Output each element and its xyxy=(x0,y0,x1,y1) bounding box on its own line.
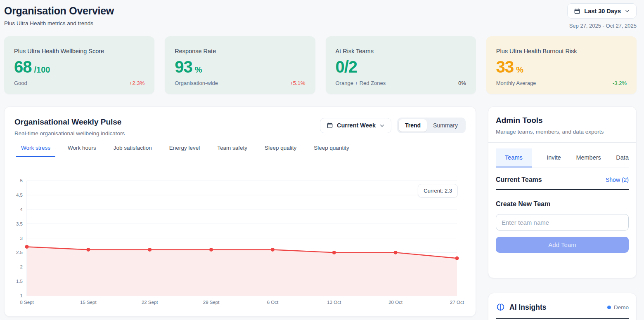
admin-tabs: Teams Invite Members Data xyxy=(496,148,629,167)
svg-text:22 Sept: 22 Sept xyxy=(142,300,158,305)
metric-delta: +2.3% xyxy=(129,80,144,86)
admin-subtitle: Manage teams, members, and data exports xyxy=(496,129,629,135)
tab-sleep-quantity[interactable]: Sleep quantity xyxy=(309,143,354,157)
svg-text:2: 2 xyxy=(20,264,23,269)
ai-insights-title: AI Insights xyxy=(509,303,607,312)
admin-tools-panel: Admin Tools Manage teams, members, and d… xyxy=(488,106,637,278)
svg-text:5: 5 xyxy=(20,178,23,183)
metric-unit: % xyxy=(516,65,523,75)
svg-text:1.5: 1.5 xyxy=(16,279,23,284)
current-value-badge: Current: 2.3 xyxy=(418,184,458,198)
svg-text:3.5: 3.5 xyxy=(16,221,23,226)
metric-value: 93 xyxy=(175,59,192,75)
tab-teams[interactable]: Teams xyxy=(496,148,532,167)
calendar-icon xyxy=(574,8,580,14)
metric-card-burnout-risk: Plus Ultra Health Burnout Risk 33 % Mont… xyxy=(486,36,637,94)
svg-text:3: 3 xyxy=(20,236,23,241)
tab-data[interactable]: Data xyxy=(616,148,629,167)
week-select-label: Current Week xyxy=(337,122,376,129)
metric-value: 0/2 xyxy=(336,59,358,75)
pulse-chart-svg: 54.543.532.521.518 Sept15 Sept22 Sept29 … xyxy=(5,173,476,312)
tab-work-hours[interactable]: Work hours xyxy=(63,143,101,157)
create-team-heading: Create New Team xyxy=(496,200,629,208)
pulse-metric-tabs: Work stress Work hours Job satisfaction … xyxy=(5,143,476,157)
page-title: Organisation Overview xyxy=(4,5,114,17)
metric-title: At Risk Teams xyxy=(336,48,466,54)
tab-sleep-quality[interactable]: Sleep quality xyxy=(260,143,301,157)
tab-invite[interactable]: Invite xyxy=(547,148,561,167)
metric-card-wellbeing-score: Plus Ultra Health Wellbeing Score 68 /10… xyxy=(4,36,154,94)
metric-caption: Good xyxy=(14,80,27,86)
panel-subtitle: Real-time organisational wellbeing indic… xyxy=(14,130,125,136)
pulse-chart[interactable]: 54.543.532.521.518 Sept15 Sept22 Sept29 … xyxy=(5,173,476,312)
svg-text:4: 4 xyxy=(20,207,23,212)
metric-card-at-risk-teams: At Risk Teams 0/2 Orange + Red Zones 0% xyxy=(326,36,476,94)
metric-title: Plus Ultra Health Burnout Risk xyxy=(496,48,627,54)
svg-text:4.5: 4.5 xyxy=(16,193,23,198)
current-teams-heading: Current Teams xyxy=(496,176,542,184)
metric-caption: Orange + Red Zones xyxy=(336,80,386,86)
page-subtitle: Plus Ultra Health metrics and trends xyxy=(4,20,114,26)
panel-title: Organisational Weekly Pulse xyxy=(14,118,125,127)
add-team-button[interactable]: Add Team xyxy=(496,237,629,253)
svg-text:20 Oct: 20 Oct xyxy=(388,300,403,305)
week-select-button[interactable]: Current Week xyxy=(320,118,391,133)
metric-value: 68 xyxy=(14,59,32,75)
demo-dot-icon xyxy=(607,306,611,309)
metric-delta: +5.1% xyxy=(290,80,305,86)
page-header: Organisation Overview Plus Ultra Health … xyxy=(4,5,114,26)
demo-badge-label: Demo xyxy=(614,304,629,311)
svg-text:15 Sept: 15 Sept xyxy=(80,300,97,305)
svg-text:8 Sept: 8 Sept xyxy=(20,300,34,305)
svg-text:13 Oct: 13 Oct xyxy=(327,300,341,305)
demo-badge: Demo xyxy=(607,304,629,311)
metric-delta: 0% xyxy=(458,80,466,86)
chevron-down-icon xyxy=(625,8,630,14)
metric-unit: % xyxy=(195,65,202,75)
tab-job-satisfaction[interactable]: Job satisfaction xyxy=(109,143,157,157)
metric-card-response-rate: Response Rate 93 % Organisation-wide +5.… xyxy=(165,36,315,94)
show-teams-link[interactable]: Show (2) xyxy=(606,176,629,183)
calendar-icon xyxy=(327,122,333,129)
weekly-pulse-panel: Organisational Weekly Pulse Real-time or… xyxy=(4,106,476,317)
metric-title: Plus Ultra Health Wellbeing Score xyxy=(14,48,144,54)
tab-energy-level[interactable]: Energy level xyxy=(164,143,205,157)
svg-text:27 Oct: 27 Oct xyxy=(450,300,464,305)
date-range-text: Sep 27, 2025 - Oct 27, 2025 xyxy=(569,23,637,29)
metric-unit: /100 xyxy=(34,65,50,75)
date-range-button[interactable]: Last 30 Days xyxy=(567,3,637,19)
svg-text:6 Oct: 6 Oct xyxy=(267,300,279,305)
chevron-down-icon xyxy=(379,123,385,128)
date-range-controls: Last 30 Days Sep 27, 2025 - Oct 27, 2025 xyxy=(567,3,637,29)
tab-team-safety[interactable]: Team safety xyxy=(212,143,252,157)
view-toggle: Trend Summary xyxy=(397,118,466,133)
metric-caption: Organisation-wide xyxy=(175,80,218,86)
team-name-input[interactable] xyxy=(496,214,629,231)
tab-members[interactable]: Members xyxy=(576,148,601,167)
metric-caption: Monthly Average xyxy=(496,80,536,86)
metric-delta: -3.2% xyxy=(613,80,627,86)
ai-divider xyxy=(496,318,629,319)
ai-insights-panel: AI Insights Demo xyxy=(488,293,637,320)
admin-title: Admin Tools xyxy=(496,116,629,125)
date-range-label: Last 30 Days xyxy=(584,8,621,14)
tab-work-stress[interactable]: Work stress xyxy=(16,143,55,157)
teams-divider xyxy=(496,189,629,190)
svg-text:2.5: 2.5 xyxy=(16,250,23,255)
metric-value: 33 xyxy=(496,59,514,75)
toggle-summary[interactable]: Summary xyxy=(427,119,464,132)
brain-icon xyxy=(496,303,505,312)
metrics-row: Plus Ultra Health Wellbeing Score 68 /10… xyxy=(4,36,637,94)
metric-title: Response Rate xyxy=(175,48,305,54)
svg-text:29 Sept: 29 Sept xyxy=(203,300,220,305)
svg-text:1: 1 xyxy=(20,293,23,298)
toggle-trend[interactable]: Trend xyxy=(399,119,427,132)
